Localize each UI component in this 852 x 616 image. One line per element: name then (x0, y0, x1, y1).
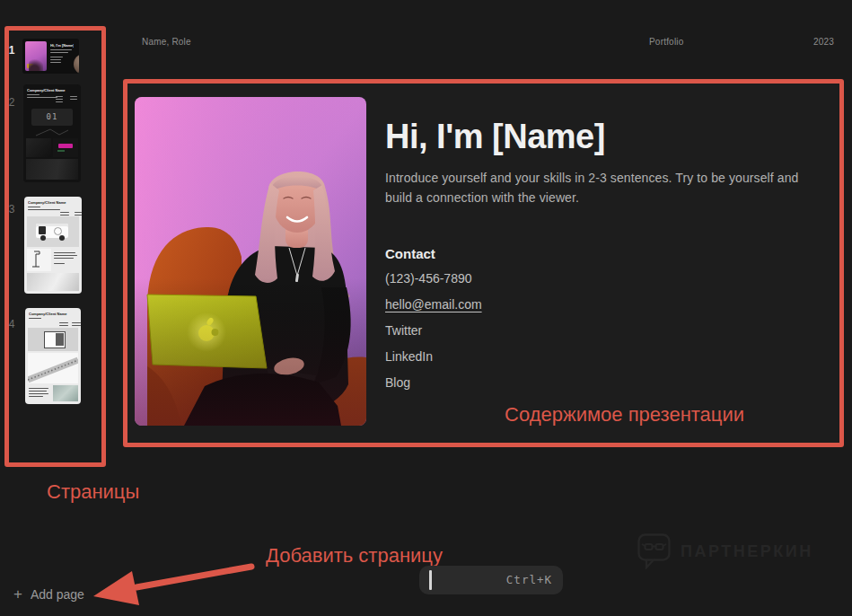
slide-photo[interactable] (135, 97, 366, 426)
annotation-slide-content: Содержимое презентации (505, 403, 744, 427)
slide-title[interactable]: Hi, I'm [Name] (385, 118, 605, 156)
contact-phone[interactable]: (123)-456-7890 (385, 271, 482, 286)
watermark: ПАРТНЕРКИН (637, 533, 813, 569)
page-thumbnail-3[interactable]: Company/Client Name (24, 197, 82, 294)
add-page-button[interactable]: + Add page (13, 587, 84, 602)
slide-intro-text[interactable]: Introduce yourself and your skills in 2-… (385, 168, 827, 207)
thumb1-text: Hi, I'm [Name] (50, 43, 74, 63)
slide-header-year[interactable]: 2023 (813, 37, 834, 47)
slide-header-name-role[interactable]: Name, Role (142, 37, 191, 47)
slide-header-portfolio[interactable]: Portfolio (649, 37, 684, 47)
thumb4-texture-image (53, 385, 78, 401)
page-thumbnail-4[interactable]: Company/Client Name (25, 308, 81, 404)
thumb4-frame-image (28, 328, 78, 351)
thumb3-lamp-image (27, 249, 51, 271)
page-number-4: 4 (4, 318, 19, 330)
page-thumbnail-1[interactable]: Hi, I'm [Name] (22, 39, 79, 74)
thumb3-text (54, 251, 78, 264)
watermark-text: ПАРТНЕРКИН (681, 542, 813, 561)
annotation-pages: Страницы (47, 480, 139, 504)
plus-icon: + (13, 588, 22, 601)
contact-email-link[interactable]: hello@email.com (385, 297, 482, 312)
thumb1-photo (25, 41, 47, 71)
contact-blog-link[interactable]: Blog (385, 375, 482, 391)
speech-bubble-glasses-icon (637, 533, 671, 569)
contact-list: (123)-456-7890 hello@email.com Twitter L… (385, 271, 482, 401)
contact-heading[interactable]: Contact (385, 246, 435, 261)
annotation-arrow (79, 555, 268, 611)
page-number-1: 1 (4, 44, 19, 57)
add-page-label: Add page (31, 587, 84, 602)
page-number-3: 3 (4, 203, 19, 216)
thumb1-avatar (74, 54, 79, 74)
thumb4-strip-image (28, 353, 78, 383)
contact-twitter-link[interactable]: Twitter (385, 323, 482, 339)
presentation-editor: Name, Role Portfolio 2023 1 2 3 4 Hi, I'… (0, 0, 852, 616)
text-cursor (429, 570, 432, 590)
page-thumbnail-2[interactable]: Company/Client Name 01 (23, 84, 81, 182)
command-bar[interactable]: Ctrl+K (419, 566, 563, 594)
page-number-2: 2 (4, 96, 19, 109)
annotation-add-page: Добавить страницу (266, 544, 443, 568)
shortcut-hint: Ctrl+K (506, 566, 552, 594)
thumb2-sketch (32, 128, 72, 136)
thumb2-number-display: 01 (31, 109, 73, 126)
thumb3-van-image (27, 216, 79, 247)
contact-linkedin-link[interactable]: LinkedIn (385, 349, 482, 365)
thumb4-text (29, 386, 50, 397)
thumb2-columns (56, 94, 77, 102)
